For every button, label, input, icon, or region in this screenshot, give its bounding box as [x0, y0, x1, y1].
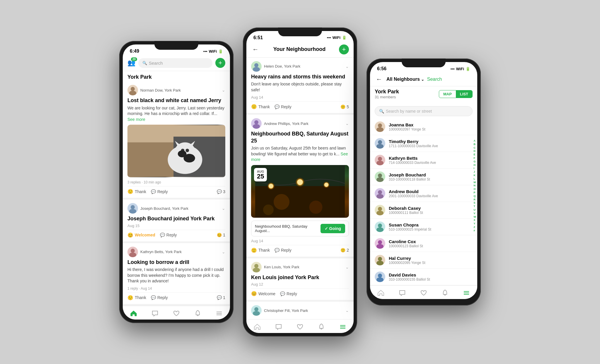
alpha-T[interactable]: T: [474, 205, 476, 208]
reply-button-p2-2[interactable]: 💬 Reply: [275, 248, 292, 253]
back-button-2[interactable]: ←: [251, 46, 260, 53]
thank-button-p2-2[interactable]: 🙂 Thank: [251, 248, 270, 253]
nav-heart-1[interactable]: [173, 310, 180, 317]
search-link-3[interactable]: Search: [427, 77, 442, 82]
alpha-P[interactable]: P: [474, 191, 476, 194]
alpha-U[interactable]: U: [474, 208, 476, 212]
alpha-B[interactable]: B: [474, 143, 476, 146]
alpha-hash[interactable]: #: [474, 229, 476, 232]
nav-chat-3[interactable]: [398, 289, 406, 297]
alpha-Y[interactable]: Y: [474, 222, 476, 225]
alpha-Z[interactable]: Z: [474, 226, 476, 229]
chevron-down-icon-p2-2[interactable]: ⌄: [345, 121, 349, 126]
neighbour-item-4[interactable]: Joseph Bouchard 310-1000000118 Balliol S…: [370, 169, 477, 185]
alpha-I[interactable]: I: [474, 167, 476, 170]
nav-home-3[interactable]: [377, 289, 385, 297]
nav-heart-3[interactable]: [420, 289, 427, 297]
avatar-1: [127, 85, 138, 95]
alpha-X[interactable]: X: [474, 219, 476, 222]
search-neighbours-bar[interactable]: 🔍 Search by name or street: [375, 106, 473, 116]
neighbour-item-9[interactable]: Hal Currey 10000002095 Yonge St: [370, 252, 477, 269]
nav-home-2[interactable]: [253, 323, 261, 331]
alpha-O[interactable]: O: [474, 188, 476, 191]
chevron-down-icon-p2-1[interactable]: ⌄: [345, 64, 349, 69]
chevron-down-icon-2[interactable]: ⌄: [222, 206, 225, 211]
back-button-3[interactable]: ←: [375, 75, 383, 83]
map-toggle-btn[interactable]: MAP: [439, 90, 456, 98]
chevron-down-icon-p2-3[interactable]: ⌄: [345, 265, 349, 269]
alpha-N[interactable]: N: [474, 184, 476, 188]
nav-chat-2[interactable]: [275, 323, 282, 331]
alpha-G[interactable]: G: [474, 160, 476, 163]
chevron-down-icon-3[interactable]: ⌄: [222, 250, 225, 254]
alphabet-index[interactable]: A B C D E F G H I J K L M N O P Q R S T: [474, 139, 476, 232]
reply-button-p2-1[interactable]: 💬 Reply: [275, 104, 292, 109]
see-more-link-p2-2[interactable]: See more: [251, 152, 348, 162]
see-more-link-1[interactable]: See more: [127, 117, 145, 122]
alpha-M[interactable]: M: [474, 181, 476, 184]
bottom-nav-3: [370, 285, 477, 299]
chevron-down-icon-p2-4[interactable]: ⌄: [345, 308, 349, 313]
nav-heart-2[interactable]: [296, 323, 304, 331]
alpha-S[interactable]: S: [474, 202, 476, 205]
svg-point-32: [274, 194, 289, 210]
add-post-button[interactable]: +: [215, 58, 225, 68]
chevron-down-icon-1[interactable]: ⌄: [222, 88, 225, 92]
alpha-C[interactable]: C: [474, 146, 476, 150]
alpha-W[interactable]: W: [474, 215, 476, 219]
all-neighbours-dropdown[interactable]: All Neighbours ⌄: [386, 77, 424, 82]
welcomed-label-2: Welcomed: [135, 233, 155, 237]
neighbour-item-2[interactable]: Timothy Berry 1711-100000033 Davisville …: [370, 135, 477, 152]
post-body-p2-2: Join us on Saturday, August 25th for bee…: [251, 145, 349, 163]
search-bar[interactable]: 🔍 Search: [138, 58, 212, 68]
neighbour-item-8[interactable]: Caroline Cox 1000000123 Balliol St: [370, 235, 477, 252]
thank-button-1[interactable]: 🙂 Thank: [127, 189, 146, 194]
thank-button-3[interactable]: 🙂 Thank: [127, 295, 146, 301]
neighbour-item-1[interactable]: Joanna Bax 10000002097 Yonge St: [370, 119, 477, 135]
nav-menu-3[interactable]: [463, 289, 470, 297]
nav-bell-3[interactable]: [441, 289, 449, 297]
nav-bell-1[interactable]: [194, 310, 202, 317]
list-toggle-btn[interactable]: LIST: [456, 90, 472, 98]
thank-button-p2-1[interactable]: 🙂 Thank: [251, 104, 270, 109]
post-actions-p2-1: 🙂 Thank 💬 Reply 🙂 5: [251, 101, 349, 109]
reply-icon-1: 💬: [151, 189, 156, 194]
going-button[interactable]: ✓ Going: [321, 224, 345, 233]
nav-chat-1[interactable]: [151, 310, 159, 317]
nav-bell-2[interactable]: [318, 323, 325, 331]
thank-label-1: Thank: [135, 189, 146, 194]
nav-home-1[interactable]: [130, 310, 137, 317]
neighbour-item-6[interactable]: Deborah Casey 1000000111 Balliol St: [370, 202, 477, 219]
neighbour-item-10[interactable]: David Davies 310-1000000155 Balliol St: [370, 269, 477, 285]
reply-button-1[interactable]: 💬 Reply: [151, 189, 168, 194]
post-author-p2-3: Ken Louis, York Park: [264, 265, 299, 269]
neighbour-item-7[interactable]: Susan Chopra 510-100000025 Impérial St: [370, 219, 477, 235]
alpha-K[interactable]: K: [474, 174, 476, 177]
neighbour-name-4: Joseph Bouchard: [389, 172, 473, 177]
alpha-D[interactable]: D: [474, 150, 476, 153]
alpha-E[interactable]: E: [474, 153, 476, 156]
add-friend-button[interactable]: 👥 20: [127, 59, 135, 67]
alpha-V[interactable]: V: [474, 212, 476, 215]
alpha-F[interactable]: F: [474, 157, 476, 160]
add-post-button-2[interactable]: +: [339, 44, 349, 54]
reply-button-3[interactable]: 💬 Reply: [151, 295, 168, 300]
alpha-Q[interactable]: Q: [474, 195, 476, 198]
alpha-H[interactable]: H: [474, 164, 476, 167]
welcome-button-p2-3[interactable]: 😊 Welcome: [251, 291, 275, 296]
neighbour-item-3[interactable]: Kathryn Betts 714-100000033 Davisville A…: [370, 152, 477, 169]
nav-menu-2[interactable]: [339, 323, 347, 331]
reply-button-2[interactable]: 💬 Reply: [160, 233, 177, 237]
alpha-A[interactable]: A: [474, 139, 476, 142]
nav-menu-1[interactable]: [215, 310, 223, 317]
neighbour-name-10: David Davies: [389, 272, 473, 277]
welcomed-button-2[interactable]: 😊 Welcomed: [127, 232, 155, 238]
svg-point-57: [376, 244, 383, 249]
alpha-R[interactable]: R: [474, 198, 476, 201]
alpha-J[interactable]: J: [474, 170, 476, 174]
svg-point-42: [378, 123, 382, 128]
thank-label-3: Thank: [135, 295, 146, 300]
neighbour-item-5[interactable]: Andrew Bould 2001-100000033 Davisville A…: [370, 185, 477, 202]
reply-button-p2-3[interactable]: 💬 Reply: [280, 291, 297, 296]
alpha-L[interactable]: L: [474, 177, 476, 181]
